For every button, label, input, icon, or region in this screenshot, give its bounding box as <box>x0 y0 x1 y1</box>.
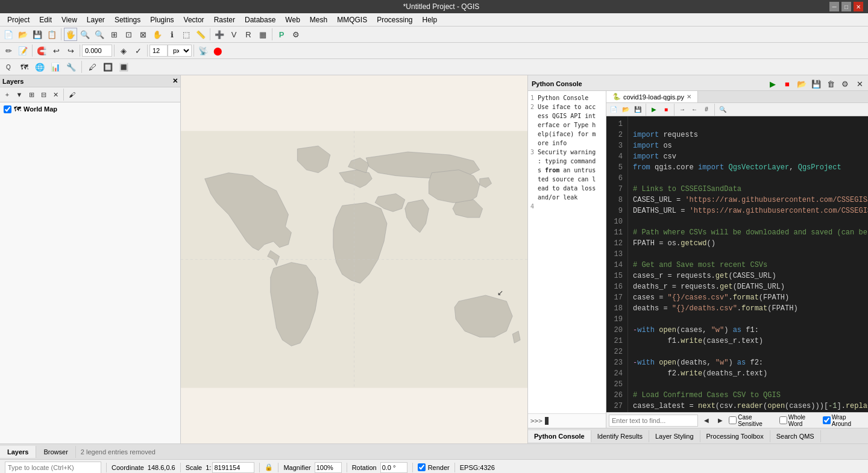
magnifier-input[interactable] <box>315 462 342 473</box>
editor-tab-active[interactable]: 🐍 covid19-load-qgis.py ✕ <box>606 91 698 102</box>
render-checkbox[interactable] <box>418 463 426 471</box>
code-content[interactable]: 12345 678910 1112131415 1617181920 21222… <box>606 116 868 412</box>
geom-checker-btn[interactable]: ✓ <box>131 44 145 57</box>
gps-btn[interactable]: 📡 <box>197 44 210 57</box>
snap-btn[interactable]: 🧲 <box>35 44 48 57</box>
close-button[interactable]: ✕ <box>854 2 863 11</box>
add-vector-btn[interactable]: V <box>227 28 241 41</box>
attribute-table-btn[interactable]: ▦ <box>256 28 269 41</box>
zoom-layer-btn[interactable]: ⊡ <box>122 28 135 41</box>
new-project-btn[interactable]: 📄 <box>2 28 15 41</box>
layers-close-btn[interactable]: ✕ <box>172 77 178 85</box>
clear-console-btn[interactable]: 🗑 <box>824 77 837 90</box>
add-raster-btn[interactable]: R <box>242 28 255 41</box>
expand-all-btn[interactable]: ⊞ <box>26 89 37 100</box>
rotation-input[interactable] <box>82 45 112 57</box>
menu-web[interactable]: Web <box>280 14 304 25</box>
tab-layer-styling[interactable]: Layer Styling <box>649 430 700 442</box>
add-group-btn[interactable]: + <box>2 89 13 100</box>
epsg-item[interactable]: EPSG:4326 <box>460 464 495 471</box>
scale-input[interactable] <box>212 462 254 473</box>
extra-btn-2[interactable]: 🔲 <box>101 60 115 74</box>
select-btn[interactable]: ⬚ <box>180 28 193 41</box>
menu-layer[interactable]: Layer <box>82 14 110 25</box>
redo-btn[interactable]: ↪ <box>64 44 77 57</box>
menu-settings[interactable]: Settings <box>110 14 145 25</box>
tab-close-btn[interactable]: ✕ <box>687 93 691 100</box>
menu-help[interactable]: Help <box>418 14 442 25</box>
settings-console-btn[interactable]: ⚙ <box>838 77 852 90</box>
menu-view[interactable]: View <box>57 14 82 25</box>
save-script-btn[interactable]: 💾 <box>810 77 823 90</box>
map-canvas[interactable]: ↙ <box>181 75 527 443</box>
render-item[interactable]: Render <box>418 463 450 471</box>
settings-btn[interactable]: ⚙ <box>289 28 303 41</box>
tab-browser[interactable]: Browser <box>36 446 75 458</box>
tab-python-console[interactable]: Python Console <box>528 430 591 442</box>
menu-plugins[interactable]: Plugins <box>145 14 178 25</box>
extra-btn-3[interactable]: 🔳 <box>117 60 130 74</box>
menu-mmqgis[interactable]: MMQGIS <box>332 14 372 25</box>
canvas-btn[interactable]: ⬤ <box>211 44 224 57</box>
stop-script-btn[interactable]: ■ <box>781 77 794 90</box>
world-map-checkbox[interactable] <box>4 105 11 113</box>
python-console-btn[interactable]: P <box>275 28 288 41</box>
rotation-status-input[interactable] <box>380 462 407 473</box>
tab-layers[interactable]: Layers <box>0 446 36 458</box>
node-tool-btn[interactable]: ◈ <box>117 44 130 57</box>
world-map-layer[interactable]: 🗺 World Map <box>1 104 179 114</box>
find-prev-btn[interactable]: ◀ <box>701 415 712 426</box>
plugin-btn-4[interactable]: 📊 <box>49 60 62 74</box>
open-project-btn[interactable]: 📂 <box>16 28 30 41</box>
add-layer-btn[interactable]: ➕ <box>213 28 226 41</box>
identify-btn[interactable]: ℹ <box>165 28 178 41</box>
edit-btn[interactable]: 📝 <box>16 44 30 57</box>
zoom-selection-btn[interactable]: ⊠ <box>136 28 149 41</box>
menu-mesh[interactable]: Mesh <box>305 14 332 25</box>
case-sensitive-opt[interactable]: Case Sensitive <box>729 414 777 427</box>
menu-project[interactable]: Project <box>2 14 34 25</box>
pan-btn[interactable]: ✋ <box>151 28 164 41</box>
save-as-btn[interactable]: 📋 <box>45 28 58 41</box>
unindent-btn[interactable]: ← <box>689 104 700 115</box>
open-script-btn[interactable]: 📂 <box>795 77 808 90</box>
zoom-in-btn[interactable]: 🔍 <box>78 28 92 41</box>
locate-input[interactable] <box>5 462 101 474</box>
case-sensitive-checkbox[interactable] <box>729 416 737 424</box>
qgis-plugin-btn[interactable]: Q <box>2 60 15 74</box>
save-file-btn[interactable]: 💾 <box>632 104 643 115</box>
run-btn[interactable]: ▶ <box>649 104 659 115</box>
remove-layer-btn[interactable]: ✕ <box>50 89 61 100</box>
find-next-btn[interactable]: ▶ <box>715 415 726 426</box>
digitize-btn[interactable]: ✏ <box>2 44 15 57</box>
comment-btn[interactable]: # <box>701 104 712 115</box>
maximize-button[interactable]: □ <box>841 2 851 11</box>
tab-search-qms[interactable]: Search QMS <box>770 430 821 442</box>
find-input[interactable] <box>609 415 698 427</box>
menu-processing[interactable]: Processing <box>372 14 417 25</box>
indent-btn[interactable]: → <box>677 104 688 115</box>
unit-select[interactable]: px <box>168 45 192 57</box>
run-script-btn[interactable]: ▶ <box>766 77 779 90</box>
minimize-button[interactable]: ─ <box>829 2 839 11</box>
whole-word-opt[interactable]: Whole Word <box>779 414 820 427</box>
whole-word-checkbox[interactable] <box>779 416 787 424</box>
plugin-btn-3[interactable]: 🌐 <box>33 60 46 74</box>
tab-identify-results[interactable]: Identify Results <box>591 430 649 442</box>
wrap-around-opt[interactable]: Wrap Around <box>823 414 866 427</box>
zoom-out-btn[interactable]: 🔍 <box>93 28 106 41</box>
font-size-input[interactable] <box>149 45 168 57</box>
wrap-around-checkbox[interactable] <box>823 416 831 424</box>
pan-map-btn[interactable]: 🖐 <box>64 28 77 41</box>
menu-raster[interactable]: Raster <box>209 14 240 25</box>
stop-btn[interactable]: ■ <box>661 104 671 115</box>
save-project-btn[interactable]: 💾 <box>31 28 44 41</box>
zoom-full-btn[interactable]: ⊞ <box>107 28 121 41</box>
plugin-btn-5[interactable]: 🔧 <box>64 60 78 74</box>
find-in-editor-btn[interactable]: 🔍 <box>717 104 728 115</box>
open-file-btn[interactable]: 📂 <box>620 104 631 115</box>
layer-filter-btn[interactable]: ▼ <box>14 89 25 100</box>
open-layer-styling-btn[interactable]: 🖌 <box>66 89 77 100</box>
tab-processing-toolbox[interactable]: Processing Toolbox <box>700 430 770 442</box>
menu-vector[interactable]: Vector <box>179 14 209 25</box>
